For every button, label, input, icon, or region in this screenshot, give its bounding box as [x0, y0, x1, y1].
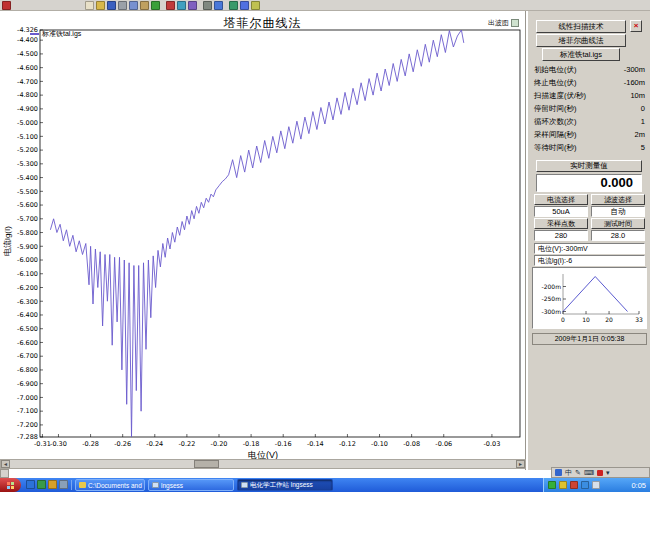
test-time-button[interactable]: 测试时间 — [591, 218, 645, 229]
param-value[interactable]: 10m — [630, 91, 645, 100]
svg-text:10: 10 — [582, 316, 590, 323]
scrollbar-thumb[interactable] — [194, 460, 219, 468]
run-icon[interactable] — [151, 1, 160, 10]
start-button[interactable] — [0, 478, 21, 492]
svg-text:-0.22: -0.22 — [178, 440, 195, 448]
svg-text:-4.600: -4.600 — [17, 64, 38, 72]
info-icon[interactable] — [251, 1, 260, 10]
ie-browser-icon[interactable] — [26, 480, 35, 489]
settings-icon[interactable] — [203, 1, 212, 10]
svg-text:-0.14: -0.14 — [307, 440, 324, 448]
keyboard-icon[interactable]: ⌨ — [584, 469, 594, 477]
filter-select-button[interactable]: 滤波选择 — [591, 194, 645, 205]
taskbar-clock[interactable]: 0:05 — [631, 481, 646, 490]
language-zh-indicator[interactable]: 中 — [565, 468, 572, 478]
help-icon[interactable] — [240, 1, 249, 10]
sample-points-button[interactable]: 采样点数 — [534, 218, 588, 229]
app-logo-icon[interactable] — [2, 1, 11, 10]
svg-text:-0.18: -0.18 — [243, 440, 260, 448]
battery-tray-icon[interactable] — [592, 481, 600, 489]
test-time-value: 28.0 — [591, 230, 645, 241]
svg-text:-5.600: -5.600 — [17, 201, 38, 209]
chart-legend: 标准铁tal.igs — [30, 29, 81, 39]
zoom-icon[interactable] — [188, 1, 197, 10]
svg-text:-0.28: -0.28 — [82, 440, 99, 448]
file-button[interactable]: 标准铁tal.igs — [542, 48, 620, 61]
horizontal-scrollbar[interactable]: ◄ ► — [0, 459, 526, 469]
svg-text:-5.500: -5.500 — [17, 188, 38, 196]
param-label: 循环次数(次) — [534, 117, 577, 127]
langbar-options-icon[interactable]: ▾ — [606, 469, 610, 477]
copy-icon[interactable] — [129, 1, 138, 10]
potential-readout: 电位(V):-300mV — [534, 243, 645, 254]
save-icon[interactable] — [107, 1, 116, 10]
close-panel-button[interactable]: × — [630, 20, 642, 32]
waveform-preview: -200m-250m-300m0102033 — [532, 267, 647, 329]
filter-select-value[interactable]: 自动 — [591, 206, 645, 217]
param-value[interactable]: -160m — [624, 78, 645, 87]
realtime-measure-display: 0.000 — [536, 174, 642, 192]
chart-window: -4.326-4.400-4.500-4.600-4.700-4.800-4.9… — [0, 11, 526, 470]
task-label: 电化学工作站 lngsess — [250, 481, 313, 490]
taskbar: C:\Documents and ... lngsess 电化学工作站 lngs… — [0, 478, 650, 492]
svg-text:-0.24: -0.24 — [146, 440, 163, 448]
scroll-left-arrow-icon[interactable]: ◄ — [1, 460, 10, 468]
svg-text:-0.26: -0.26 — [114, 440, 131, 448]
svg-text:-0.12: -0.12 — [339, 440, 356, 448]
volume-tray-icon[interactable] — [559, 481, 567, 489]
paste-icon[interactable] — [140, 1, 149, 10]
show-desktop-button[interactable] — [0, 469, 9, 478]
media-player-icon[interactable] — [48, 480, 57, 489]
network-tray-icon[interactable] — [570, 481, 578, 489]
param-value[interactable]: 1 — [641, 117, 645, 126]
legend-line-swatch — [30, 33, 39, 35]
current-range-button[interactable]: 电流选择 — [534, 194, 588, 205]
taskbar-task-documents[interactable]: C:\Documents and ... — [75, 479, 145, 491]
param-value[interactable]: 5 — [641, 143, 645, 152]
svg-text:-7.200: -7.200 — [17, 421, 38, 429]
main-toolbar — [0, 0, 650, 11]
param-label: 采样间隔(秒) — [534, 130, 577, 140]
handwriting-icon[interactable]: ✎ — [575, 469, 581, 477]
param-value[interactable]: 2m — [635, 130, 645, 139]
svg-text:-0.08: -0.08 — [403, 440, 420, 448]
svg-text:-0.16: -0.16 — [275, 440, 292, 448]
svg-text:-5.700: -5.700 — [17, 215, 38, 223]
current-range-value[interactable]: 50uA — [534, 206, 588, 217]
print-icon[interactable] — [118, 1, 127, 10]
param-row: 采样间隔(秒) 2m — [534, 129, 645, 140]
svg-text:-0.10: -0.10 — [371, 440, 388, 448]
ime-tool-icon[interactable] — [597, 470, 603, 476]
param-label: 终止电位(伏) — [534, 78, 577, 88]
export-icon[interactable] — [229, 1, 238, 10]
svg-text:-7.000: -7.000 — [17, 394, 38, 402]
param-row: 停留时间(秒) 0 — [534, 103, 645, 114]
scroll-right-arrow-icon[interactable]: ► — [516, 460, 525, 468]
ime-icon[interactable] — [555, 469, 562, 476]
svg-text:-4.900: -4.900 — [17, 105, 38, 113]
im-tray-icon[interactable] — [581, 481, 589, 489]
param-row: 终止电位(伏) -160m — [534, 77, 645, 88]
svg-text:-4.800: -4.800 — [17, 91, 38, 99]
new-file-icon[interactable] — [85, 1, 94, 10]
technique-button-linear-sweep[interactable]: 线性扫描技术 — [536, 20, 626, 33]
stop-icon[interactable] — [166, 1, 175, 10]
svg-text:-0.20: -0.20 — [211, 440, 228, 448]
svg-text:-0.31: -0.31 — [34, 440, 51, 448]
realtime-measure-button[interactable]: 实时测量值 — [536, 160, 642, 172]
taskbar-task-lngsess[interactable]: lngsess — [148, 479, 234, 491]
taskbar-task-workstation[interactable]: 电化学工作站 lngsess — [237, 479, 333, 491]
svg-text:-300m: -300m — [542, 308, 562, 315]
show-desktop-icon[interactable] — [37, 480, 46, 489]
svg-text:-6.100: -6.100 — [17, 270, 38, 278]
datetime-statusbar: 2009年1月1日 0:05:38 — [532, 333, 647, 345]
technique-button-tafel[interactable]: 塔菲尔曲线法 — [536, 34, 626, 47]
antivirus-tray-icon[interactable] — [548, 481, 556, 489]
chart-icon[interactable] — [177, 1, 186, 10]
data-icon[interactable] — [214, 1, 223, 10]
param-value[interactable]: -300m — [624, 65, 645, 74]
export-wave-button[interactable]: 出波图 — [488, 17, 519, 28]
explorer-icon[interactable] — [59, 480, 68, 489]
open-file-icon[interactable] — [96, 1, 105, 10]
param-value[interactable]: 0 — [641, 104, 645, 113]
